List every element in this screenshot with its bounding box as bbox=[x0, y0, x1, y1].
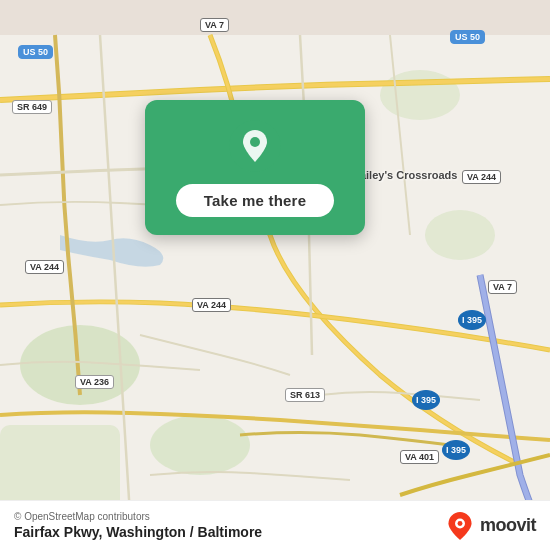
va7-right-badge: VA 7 bbox=[488, 280, 517, 294]
i395-top-badge: I 395 bbox=[458, 310, 486, 330]
svg-point-2 bbox=[150, 415, 250, 475]
svg-point-5 bbox=[425, 210, 495, 260]
svg-point-3 bbox=[380, 70, 460, 120]
va7-top-badge: VA 7 bbox=[200, 18, 229, 32]
va244-left-badge: VA 244 bbox=[25, 260, 64, 274]
moovit-pin-icon bbox=[446, 512, 474, 540]
bottom-bar: © OpenStreetMap contributors Fairfax Pkw… bbox=[0, 500, 550, 550]
svg-point-9 bbox=[458, 521, 463, 526]
baileys-crossroads-label: Bailey's Crossroads bbox=[352, 168, 457, 182]
va244-mid-badge: VA 244 bbox=[192, 298, 231, 312]
attribution-text: © OpenStreetMap contributors bbox=[14, 511, 262, 522]
map-pin-icon bbox=[229, 120, 281, 172]
take-me-there-button[interactable]: Take me there bbox=[176, 184, 334, 217]
us50-left-badge: US 50 bbox=[18, 45, 53, 59]
map-roads bbox=[0, 0, 550, 550]
moovit-brand-text: moovit bbox=[480, 515, 536, 536]
bottom-left-info: © OpenStreetMap contributors Fairfax Pkw… bbox=[14, 511, 262, 540]
moovit-logo: moovit bbox=[446, 512, 536, 540]
va236-badge: VA 236 bbox=[75, 375, 114, 389]
us50-right-badge: US 50 bbox=[450, 30, 485, 44]
va401-badge: VA 401 bbox=[400, 450, 439, 464]
va244-right-badge: VA 244 bbox=[462, 170, 501, 184]
location-title: Fairfax Pkwy, Washington / Baltimore bbox=[14, 524, 262, 540]
map-container: Bailey's Crossroads US 50 VA 7 US 50 VA … bbox=[0, 0, 550, 550]
i395-mid-badge: I 395 bbox=[412, 390, 440, 410]
sr649-badge: SR 649 bbox=[12, 100, 52, 114]
sr613-badge: SR 613 bbox=[285, 388, 325, 402]
location-card: Take me there bbox=[145, 100, 365, 235]
i395-bot-badge: I 395 bbox=[442, 440, 470, 460]
svg-point-7 bbox=[250, 137, 260, 147]
